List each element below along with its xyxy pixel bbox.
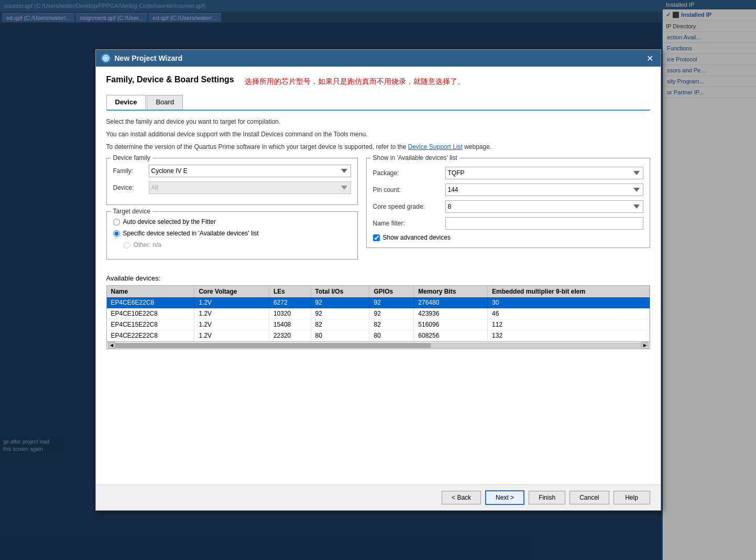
device-label: Device:	[113, 184, 145, 191]
dialog-title: New Project Wizard	[115, 54, 641, 62]
table-header-row: Name Core Voltage LEs Total I/Os GPIOs M…	[107, 286, 650, 297]
radio-specific-row: Specific device selected in 'Available d…	[113, 230, 351, 237]
radio-auto[interactable]	[113, 219, 120, 225]
dialog-overlay: ⟳ New Project Wizard ✕ Family, Device & …	[0, 0, 756, 560]
show-advanced-checkbox[interactable]	[373, 234, 380, 241]
scrollbar-track[interactable]	[115, 343, 641, 348]
page-heading: Family, Device & Board Settings	[106, 75, 234, 84]
tab-bar: Device Board	[106, 95, 650, 111]
package-row: Package: TQFP Any FBGA MBGA	[373, 167, 643, 179]
family-select[interactable]: Cyclone IV E Cyclone IV GX Cyclone V MAX…	[149, 165, 351, 177]
svg-text:⟳: ⟳	[104, 56, 108, 61]
wizard-icon: ⟳	[101, 53, 111, 63]
device-select: All	[149, 181, 351, 194]
chinese-note: 选择所用的芯片型号，如果只是跑仿真而不用烧录，就随意选择了。	[245, 77, 465, 87]
family-row: Family: Cyclone IV E Cyclone IV GX Cyclo…	[113, 165, 351, 177]
device-family-group: Device family Family: Cyclone IV E Cyclo…	[106, 158, 358, 205]
table-row[interactable]: EP4CE15E22C81.2V154088282516096112	[107, 319, 650, 330]
table-row[interactable]: EP4CE10E22C81.2V10320929242393646	[107, 308, 650, 319]
table-row[interactable]: EP4CE6E22C81.2V6272929227648030	[107, 297, 650, 308]
next-button[interactable]: Next >	[485, 490, 524, 505]
scrollbar-thumb[interactable]	[116, 343, 431, 348]
cancel-button[interactable]: Cancel	[569, 491, 609, 504]
main-layout: Device family Family: Cyclone IV E Cyclo…	[106, 158, 650, 266]
pin-count-label: Pin count:	[373, 186, 441, 193]
dialog-titlebar: ⟳ New Project Wizard ✕	[96, 50, 661, 67]
tab-board[interactable]: Board	[147, 95, 183, 110]
radio-other	[124, 242, 130, 249]
name-filter-label: Name filter:	[373, 220, 441, 227]
pin-count-select[interactable]: 144 Any 100 256	[445, 184, 643, 196]
device-row: Device: All	[113, 181, 351, 194]
show-available-legend: Show in 'Available devices' list	[371, 154, 459, 161]
col-les: LEs	[269, 286, 311, 297]
col-gpios: GPIOs	[369, 286, 414, 297]
col-total-ios: Total I/Os	[311, 286, 369, 297]
radio-auto-row: Auto device selected by the Fitter	[113, 218, 351, 225]
target-device-legend: Target device	[111, 208, 152, 215]
name-filter-input[interactable]	[445, 217, 643, 230]
table-scrollbar[interactable]: ◀ ▶	[107, 341, 650, 349]
heading-row: Family, Device & Board Settings 选择所用的芯片型…	[106, 75, 650, 89]
package-label: Package:	[373, 169, 441, 177]
table-row[interactable]: EP4CE22E22C81.2V223208080608256132	[107, 330, 650, 341]
dialog-close-button[interactable]: ✕	[645, 53, 655, 63]
tab-device[interactable]: Device	[106, 95, 146, 110]
radio-auto-label: Auto device selected by the Fitter	[123, 218, 216, 225]
core-speed-row: Core speed grade: 8 Any 6 7	[373, 200, 643, 213]
col-memory-bits: Memory Bits	[414, 286, 488, 297]
radio-specific-label: Specific device selected in 'Available d…	[123, 230, 259, 237]
core-speed-label: Core speed grade:	[373, 203, 441, 210]
target-device-group: Target device Auto device selected by th…	[106, 211, 358, 260]
col-name: Name	[107, 286, 194, 297]
col-core-voltage: Core Voltage	[194, 286, 269, 297]
radio-other-label: Other: n/a	[134, 241, 161, 249]
family-label: Family:	[113, 167, 145, 175]
device-support-list-link[interactable]: Device Support List	[408, 143, 463, 150]
scroll-left-arrow[interactable]: ◀	[108, 342, 115, 349]
show-advanced-row: Show advanced devices	[373, 234, 643, 241]
device-family-legend: Device family	[111, 154, 152, 161]
description-line3: To determine the version of the Quartus …	[106, 142, 650, 152]
devices-section: Available devices: Name Core Voltage LEs…	[106, 274, 650, 349]
dialog-footer: < Back Next > Finish Cancel Help	[96, 484, 661, 510]
devices-table-wrapper: Name Core Voltage LEs Total I/Os GPIOs M…	[106, 285, 650, 349]
package-select[interactable]: TQFP Any FBGA MBGA	[445, 167, 643, 179]
scroll-right-arrow[interactable]: ▶	[641, 342, 649, 349]
name-filter-row: Name filter:	[373, 217, 643, 230]
available-devices-label: Available devices:	[106, 274, 650, 282]
right-panel: Show in 'Available devices' list Package…	[366, 158, 650, 266]
description-line1: Select the family and device you want to…	[106, 117, 650, 126]
show-advanced-label: Show advanced devices	[383, 234, 451, 241]
radio-other-row: Other: n/a	[124, 241, 351, 249]
description-line2: You can install additional device suppor…	[106, 130, 650, 139]
left-panel: Device family Family: Cyclone IV E Cyclo…	[106, 158, 358, 266]
radio-specific[interactable]	[113, 230, 120, 237]
devices-table: Name Core Voltage LEs Total I/Os GPIOs M…	[107, 286, 650, 341]
dialog-content: Family, Device & Board Settings 选择所用的芯片型…	[96, 67, 661, 484]
core-speed-select[interactable]: 8 Any 6 7	[445, 200, 643, 213]
pin-count-row: Pin count: 144 Any 100 256	[373, 184, 643, 196]
back-button[interactable]: < Back	[442, 491, 481, 504]
new-project-wizard-dialog: ⟳ New Project Wizard ✕ Family, Device & …	[95, 49, 661, 511]
show-available-group: Show in 'Available devices' list Package…	[366, 158, 650, 248]
col-embedded: Embedded multiplier 9-bit elem	[488, 286, 649, 297]
finish-button[interactable]: Finish	[529, 491, 565, 504]
help-button[interactable]: Help	[613, 491, 650, 504]
